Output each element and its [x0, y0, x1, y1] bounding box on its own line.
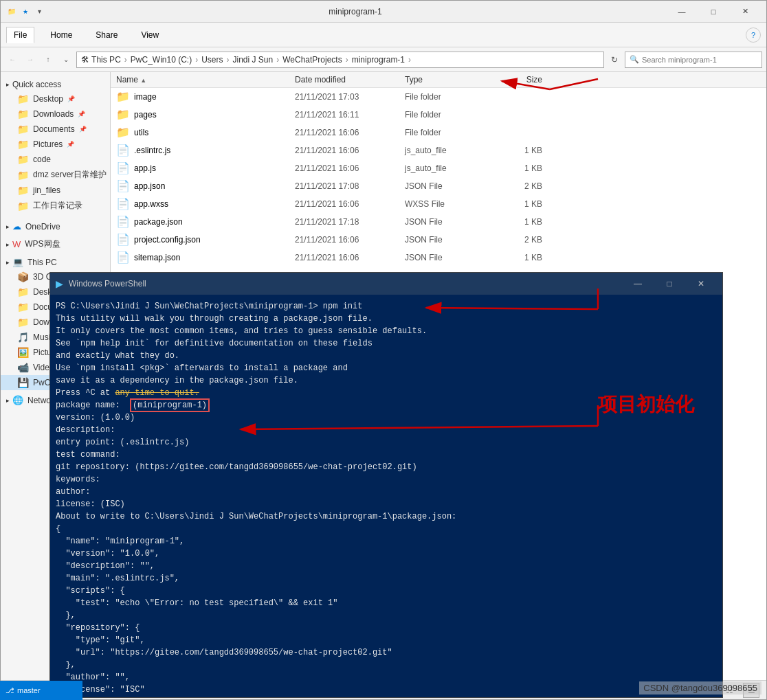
window-controls: — □ ✕: [666, 1, 761, 23]
wps-label: WPS网盘: [25, 238, 60, 250]
table-row[interactable]: 📁 utils 21/11/2021 16:06 File folder: [111, 124, 766, 142]
title-bar: 📁 ★ ▾ miniprogram-1 — □ ✕: [1, 1, 766, 23]
file-name-cell: 📄 sitemap.json: [116, 251, 295, 264]
thispc-header[interactable]: ▸ 💻 This PC: [1, 255, 110, 269]
ps-line: Use `npm install <pkg>` afterwards to in…: [56, 362, 717, 374]
folder-file-icon: 📁: [116, 90, 130, 103]
onedrive-header[interactable]: ▸ ☁ OneDrive: [1, 219, 110, 234]
ps-line: {: [56, 523, 717, 535]
sidebar-item-dmz[interactable]: 📁 dmz server日常维护: [1, 167, 110, 183]
ps-controls: — □ ✕: [622, 273, 717, 295]
path-drive: PwC_Win10 (C:): [131, 55, 192, 65]
forward-button: →: [23, 52, 38, 67]
ps-line: },: [56, 609, 717, 622]
file-size: 2 KB: [487, 181, 542, 191]
tab-file[interactable]: File: [6, 27, 34, 43]
ps-minimize-button[interactable]: —: [622, 273, 654, 295]
col-date-header[interactable]: Date modified: [295, 75, 405, 84]
search-box[interactable]: 🔍: [625, 52, 762, 68]
address-path[interactable]: 🛠 This PC › PwC_Win10 (C:) › Users › Jin…: [76, 52, 604, 68]
table-row[interactable]: 📄 app.wxss 21/11/2021 16:06 WXSS File 1 …: [111, 195, 766, 213]
sidebar-item-desktop[interactable]: 📁 Desktop 📌: [1, 91, 110, 106]
pin-icon-pictures: 📌: [67, 141, 74, 148]
table-row[interactable]: 📄 .eslintrc.js 21/11/2021 16:06 js_auto_…: [111, 142, 766, 159]
item-count: 10 items: [8, 686, 38, 695]
close-button[interactable]: ✕: [729, 1, 761, 23]
sidebar-item-documents[interactable]: 📁 Documents 📌: [1, 122, 110, 137]
file-type: JSON File: [405, 181, 487, 191]
sidebar-item-downloads[interactable]: 📁 Downloads 📌: [1, 106, 110, 122]
details-view-button[interactable]: ☷: [721, 683, 737, 698]
folder-file-icon: 📁: [116, 108, 130, 121]
col-type-header[interactable]: Type: [405, 75, 487, 84]
music-icon: 🎵: [17, 332, 29, 343]
tab-view[interactable]: View: [133, 27, 166, 43]
ps-line: "author": "",: [56, 671, 717, 684]
ps-title-text: Windows PowerShell: [69, 279, 616, 289]
file-size: 1 KB: [487, 163, 542, 173]
help-icon[interactable]: ?: [746, 27, 761, 43]
file-name: app.js: [134, 163, 156, 173]
table-row[interactable]: 📄 app.js 21/11/2021 16:06 js_auto_file 1…: [111, 159, 766, 177]
onedrive-arrow: ▸: [6, 223, 10, 230]
up-button[interactable]: ↑: [41, 52, 56, 67]
recent-locations-button[interactable]: ⌄: [58, 52, 74, 67]
col-name-header[interactable]: Name ▲: [116, 75, 295, 84]
js-file-icon: 📄: [116, 161, 130, 174]
file-type: WXSS File: [405, 199, 487, 209]
wps-header[interactable]: ▸ W WPS网盘: [1, 236, 110, 252]
network-icon: 🌐: [12, 395, 23, 405]
tab-share[interactable]: Share: [88, 27, 125, 43]
sidebar-item-jin[interactable]: 📁 jin_files: [1, 183, 110, 198]
file-name-cell: 📁 image: [116, 90, 295, 103]
table-row[interactable]: 📄 app.json 21/11/2021 17:08 JSON File 2 …: [111, 177, 766, 195]
path-project: miniprogram-1: [352, 55, 405, 65]
ps-line: "repository": {: [56, 622, 717, 634]
minimize-button[interactable]: —: [666, 1, 698, 23]
downloads-folder-icon: 📁: [17, 109, 29, 120]
table-row[interactable]: 📄 project.config.json 21/11/2021 16:06 J…: [111, 231, 766, 249]
ps-line: "main": ".eslintrc.js",: [56, 572, 717, 585]
file-name: sitemap.json: [134, 253, 180, 262]
status-right: ☷ ☰: [721, 683, 759, 698]
maximize-button[interactable]: □: [698, 1, 729, 23]
ps-line: keywords:: [56, 473, 717, 486]
file-name-cell: 📄 .eslintrc.js: [116, 144, 295, 157]
table-row[interactable]: 📄 package.json 21/11/2021 17:18 JSON Fil…: [111, 213, 766, 231]
path-wechat: WeChatProjects: [282, 55, 342, 65]
refresh-button[interactable]: ↻: [607, 52, 622, 67]
docs2-icon: 📁: [17, 302, 29, 313]
file-name: app.json: [134, 181, 165, 191]
table-row[interactable]: 📁 pages 21/11/2021 16:11 File folder: [111, 106, 766, 124]
ps-line: "license": "ISC": [56, 684, 717, 696]
ps-input-box: (miniprogram-1): [130, 398, 210, 412]
table-row[interactable]: 📁 image 21/11/2021 17:03 File folder: [111, 88, 766, 106]
pictures-folder-icon: 📁: [17, 139, 29, 150]
sidebar-item-pictures[interactable]: 📁 Pictures 📌: [1, 137, 110, 152]
table-row[interactable]: 📄 sitemap.json 21/11/2021 16:06 JSON Fil…: [111, 249, 766, 267]
ps-maximize-button[interactable]: □: [654, 273, 685, 295]
sidebar-item-worklog[interactable]: 📁 工作日常记录: [1, 198, 110, 214]
file-date: 21/11/2021 16:06: [295, 253, 405, 262]
folder-small-icon: 📁: [6, 6, 17, 17]
sidebar-item-code[interactable]: 📁 code: [1, 152, 110, 167]
ps-line: Press ^C at any time to quit.: [56, 387, 717, 399]
ps-content[interactable]: PS C:\Users\Jindi J Sun\WeChatProjects\m…: [50, 295, 722, 697]
thispc-icon: 💻: [12, 257, 23, 267]
file-name: app.wxss: [134, 199, 168, 209]
file-name: pages: [134, 110, 157, 120]
address-bar: ← → ↑ ⌄ 🛠 This PC › PwC_Win10 (C:) › Use…: [1, 47, 766, 72]
window-title: miniprogram-1: [45, 7, 666, 16]
wps-arrow: ▸: [6, 241, 10, 248]
worklog-folder-icon: 📁: [17, 201, 29, 212]
search-input[interactable]: [642, 56, 757, 64]
folder-file-icon: 📁: [116, 126, 130, 139]
quick-access-header[interactable]: ▸ Quick access: [1, 78, 110, 91]
list-view-button[interactable]: ☰: [743, 683, 759, 698]
sidebar-code-label: code: [33, 155, 51, 164]
ribbon: File Home Share View ?: [1, 23, 766, 47]
ps-line: "description": "",: [56, 560, 717, 572]
col-size-header[interactable]: Size: [487, 75, 542, 84]
tab-home[interactable]: Home: [43, 27, 80, 43]
ps-close-button[interactable]: ✕: [685, 273, 717, 295]
